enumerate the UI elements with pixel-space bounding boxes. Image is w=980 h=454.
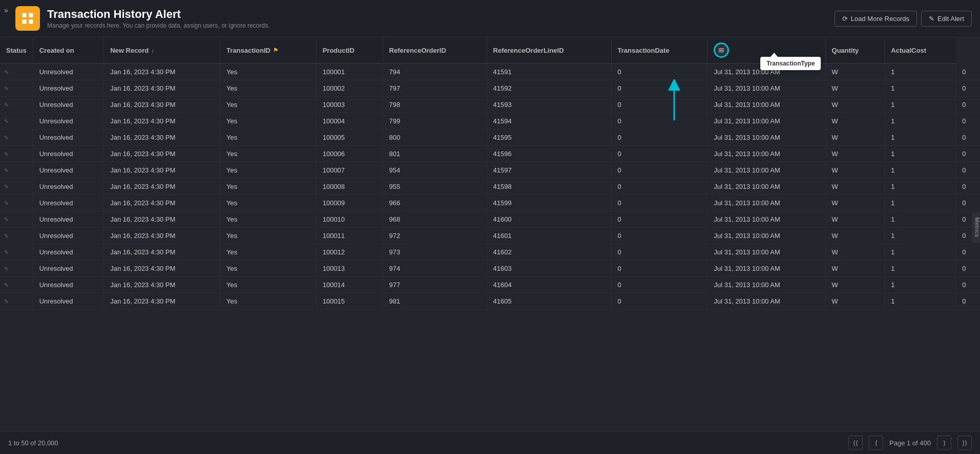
- cell-status: Unresolved: [33, 211, 103, 228]
- cell-reference-order-line-id: 0: [611, 162, 707, 179]
- transaction-type-column-menu-button[interactable]: [714, 42, 729, 58]
- table-container: Status Created on New Record ↓: [0, 37, 980, 431]
- cell-transaction-date: Jul 31, 2013 10:00 AM: [707, 195, 825, 211]
- cell-transaction-date: Jul 31, 2013 10:00 AM: [707, 179, 825, 195]
- table-row: ✎UnresolvedJan 16, 2023 4:30 PMYes100009…: [0, 195, 980, 211]
- cell-quantity: 1: [885, 261, 956, 277]
- table-row: ✎UnresolvedJan 16, 2023 4:30 PMYes100012…: [0, 244, 980, 261]
- cell-created-on: Jan 16, 2023 4:30 PM: [104, 113, 220, 129]
- cell-reference-order-line-id: 0: [611, 113, 707, 129]
- cell-actual-cost: 0: [956, 162, 980, 179]
- col-header-new-record[interactable]: New Record ↓: [104, 37, 220, 63]
- cell-quantity: 1: [885, 129, 956, 146]
- row-edit-icon[interactable]: ✎: [4, 249, 9, 255]
- cell-transaction-type: W: [825, 277, 885, 293]
- row-edit-icon[interactable]: ✎: [4, 167, 9, 174]
- transaction-type-tooltip: TransactionType: [760, 57, 821, 70]
- cell-product-id: 798: [383, 97, 487, 113]
- cell-transaction-id: 100008: [316, 179, 383, 195]
- table-row: ✎UnresolvedJan 16, 2023 4:30 PMYes100004…: [0, 113, 980, 129]
- cell-quantity: 1: [885, 146, 956, 162]
- row-edit-icon[interactable]: ✎: [4, 233, 9, 239]
- cell-created-on: Jan 16, 2023 4:30 PM: [104, 261, 220, 277]
- cell-reference-order-line-id: 0: [611, 146, 707, 162]
- cell-actual-cost: 0: [956, 244, 980, 261]
- next-page-button[interactable]: ⟩: [937, 436, 951, 450]
- cell-transaction-id: 100007: [316, 162, 383, 179]
- svg-rect-3: [29, 19, 33, 24]
- cell-created-on: Jan 16, 2023 4:30 PM: [104, 277, 220, 293]
- cell-transaction-type: W: [825, 293, 885, 310]
- sidebar-toggle[interactable]: »: [4, 6, 8, 14]
- cell-transaction-id: 100015: [316, 293, 383, 310]
- cell-quantity: 1: [885, 113, 956, 129]
- cell-quantity: 1: [885, 244, 956, 261]
- cell-created-on: Jan 16, 2023 4:30 PM: [104, 195, 220, 211]
- cell-reference-order-id: 41592: [487, 80, 611, 97]
- cell-new-record: Yes: [220, 195, 316, 211]
- cell-product-id: 794: [383, 63, 487, 80]
- row-edit-icon[interactable]: ✎: [4, 217, 9, 223]
- svg-rect-0: [23, 13, 27, 17]
- row-edit-icon[interactable]: ✎: [4, 184, 9, 190]
- filter-icon: ⚑: [273, 47, 278, 54]
- cell-product-id: 955: [383, 179, 487, 195]
- col-header-quantity: Quantity: [825, 37, 885, 63]
- first-page-button[interactable]: ⟨⟨: [848, 436, 863, 450]
- row-edit-icon[interactable]: ✎: [4, 266, 9, 272]
- row-edit-icon[interactable]: ✎: [4, 200, 9, 206]
- cell-transaction-id: 100003: [316, 97, 383, 113]
- row-edit-icon[interactable]: ✎: [4, 282, 9, 288]
- page-title: Transaction History Alert: [47, 8, 835, 21]
- row-edit-icon[interactable]: ✎: [4, 69, 9, 75]
- cell-transaction-date: Jul 31, 2013 10:00 AM: [707, 97, 825, 113]
- cell-transaction-date: Jul 31, 2013 10:00 AM: [707, 162, 825, 179]
- cell-transaction-date: Jul 31, 2013 10:00 AM: [707, 293, 825, 310]
- cell-status: Unresolved: [33, 293, 103, 310]
- cell-reference-order-id: 41597: [487, 162, 611, 179]
- row-edit-icon[interactable]: ✎: [4, 85, 9, 92]
- cell-reference-order-line-id: 0: [611, 228, 707, 244]
- row-edit-icon[interactable]: ✎: [4, 118, 9, 124]
- cell-new-record: Yes: [220, 80, 316, 97]
- cell-actual-cost: 0: [956, 261, 980, 277]
- metrics-tab[interactable]: Metrics: [972, 212, 980, 242]
- row-edit-icon[interactable]: ✎: [4, 102, 9, 108]
- table-row: ✎UnresolvedJan 16, 2023 4:30 PMYes100008…: [0, 179, 980, 195]
- cell-quantity: 1: [885, 97, 956, 113]
- cell-reference-order-line-id: 0: [611, 277, 707, 293]
- row-edit-icon[interactable]: ✎: [4, 298, 9, 305]
- refresh-icon: ⟳: [842, 15, 848, 23]
- row-edit-icon[interactable]: ✎: [4, 151, 9, 157]
- svg-rect-1: [29, 13, 33, 17]
- cell-transaction-type: W: [825, 261, 885, 277]
- cell-reference-order-id: 41591: [487, 63, 611, 80]
- cell-reference-order-id: 41604: [487, 277, 611, 293]
- cell-new-record: Yes: [220, 228, 316, 244]
- cell-transaction-id: 100013: [316, 261, 383, 277]
- cell-reference-order-id: 41593: [487, 97, 611, 113]
- col-header-transaction-type: TransactionType: [707, 37, 825, 63]
- cell-status: Unresolved: [33, 244, 103, 261]
- cell-reference-order-line-id: 0: [611, 80, 707, 97]
- cell-created-on: Jan 16, 2023 4:30 PM: [104, 179, 220, 195]
- load-more-records-button[interactable]: ⟳ Load More Records: [835, 11, 917, 27]
- row-edit-icon[interactable]: ✎: [4, 135, 9, 141]
- table-row: ✎UnresolvedJan 16, 2023 4:30 PMYes100014…: [0, 277, 980, 293]
- last-page-button[interactable]: ⟩⟩: [957, 436, 972, 450]
- cell-actual-cost: 0: [956, 277, 980, 293]
- cell-status: Unresolved: [33, 129, 103, 146]
- cell-product-id: 797: [383, 80, 487, 97]
- cell-reference-order-line-id: 0: [611, 195, 707, 211]
- cell-new-record: Yes: [220, 293, 316, 310]
- cell-transaction-type: W: [825, 113, 885, 129]
- cell-new-record: Yes: [220, 211, 316, 228]
- prev-page-button[interactable]: ⟨: [869, 436, 883, 450]
- cell-transaction-date: Jul 31, 2013 10:00 AM: [707, 146, 825, 162]
- cell-reference-order-line-id: 0: [611, 97, 707, 113]
- cell-new-record: Yes: [220, 162, 316, 179]
- cell-new-record: Yes: [220, 63, 316, 80]
- header-actions: ⟳ Load More Records ✎ Edit Alert: [835, 11, 972, 27]
- header-title-block: Transaction History Alert Manage your re…: [47, 8, 835, 29]
- edit-alert-button[interactable]: ✎ Edit Alert: [921, 11, 972, 27]
